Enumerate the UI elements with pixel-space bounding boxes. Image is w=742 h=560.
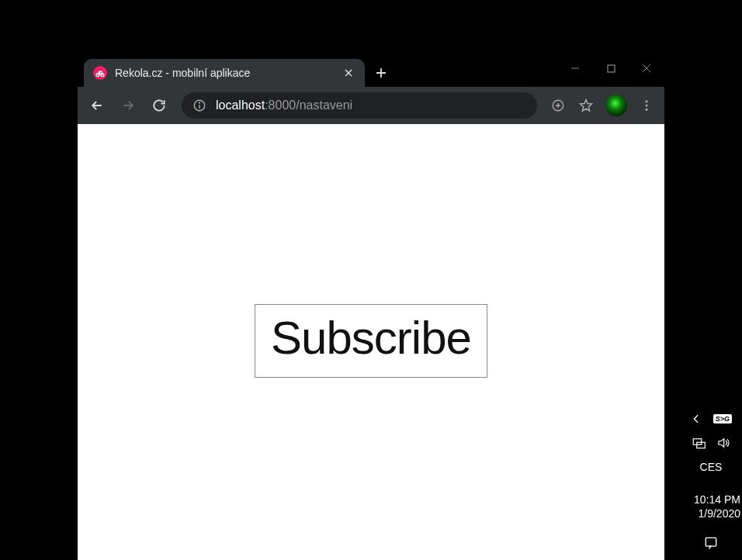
new-tab-button[interactable]: [369, 61, 393, 85]
close-window-button[interactable]: [629, 53, 664, 84]
clock-time[interactable]: 10:14 PM: [680, 493, 742, 506]
menu-button[interactable]: [635, 94, 658, 117]
ime-indicator[interactable]: CES: [700, 461, 723, 473]
svg-rect-2: [608, 65, 615, 72]
chevron-left-icon[interactable]: [690, 413, 702, 425]
clock-date[interactable]: 1/9/2020: [680, 507, 742, 520]
browser-tab[interactable]: Rekola.cz - mobilní aplikace: [84, 59, 365, 87]
bookmark-star-icon[interactable]: [574, 94, 598, 117]
bike-icon: [93, 66, 107, 80]
page-content: Subscribe: [78, 124, 664, 560]
reload-button[interactable]: [146, 92, 172, 119]
subscribe-button[interactable]: Subscribe: [255, 304, 487, 378]
url-path: :8000/nastaveni: [265, 99, 352, 112]
address-bar[interactable]: localhost:8000/nastaveni: [182, 92, 537, 119]
window-controls: [557, 53, 664, 84]
subscribe-label: Subscribe: [271, 312, 471, 364]
recorder-badge-label: S>G: [713, 414, 732, 423]
site-info-icon[interactable]: [192, 99, 206, 112]
tab-strip: Rekola.cz - mobilní aplikace: [78, 53, 664, 87]
volume-icon[interactable]: [716, 436, 730, 450]
svg-rect-12: [706, 538, 716, 546]
svg-rect-11: [697, 442, 706, 448]
url-host: localhost: [216, 99, 265, 112]
tab-title: Rekola.cz - mobilní aplikace: [115, 67, 334, 79]
browser-toolbar: localhost:8000/nastaveni: [78, 87, 664, 124]
svg-rect-10: [693, 439, 702, 445]
notifications-icon[interactable]: [703, 535, 719, 551]
svg-point-7: [646, 100, 648, 102]
close-tab-button[interactable]: [342, 66, 355, 80]
svg-point-8: [646, 105, 648, 107]
zoom-indicator-icon[interactable]: [546, 94, 570, 117]
back-button[interactable]: [84, 92, 110, 119]
minimize-button[interactable]: [557, 53, 593, 84]
system-tray: S>G CES 10:14 PM 1/9/2020: [680, 0, 742, 560]
url-text: localhost:8000/nastaveni: [216, 99, 352, 112]
forward-button[interactable]: [115, 92, 141, 119]
browser-window: Rekola.cz - mobilní aplikace: [78, 53, 664, 560]
svg-point-9: [646, 109, 648, 111]
recorder-badge[interactable]: S>G: [713, 414, 732, 423]
maximize-button[interactable]: [593, 53, 629, 84]
svg-point-5: [199, 102, 200, 103]
profile-avatar[interactable]: [605, 95, 627, 116]
project-icon[interactable]: [692, 436, 706, 450]
